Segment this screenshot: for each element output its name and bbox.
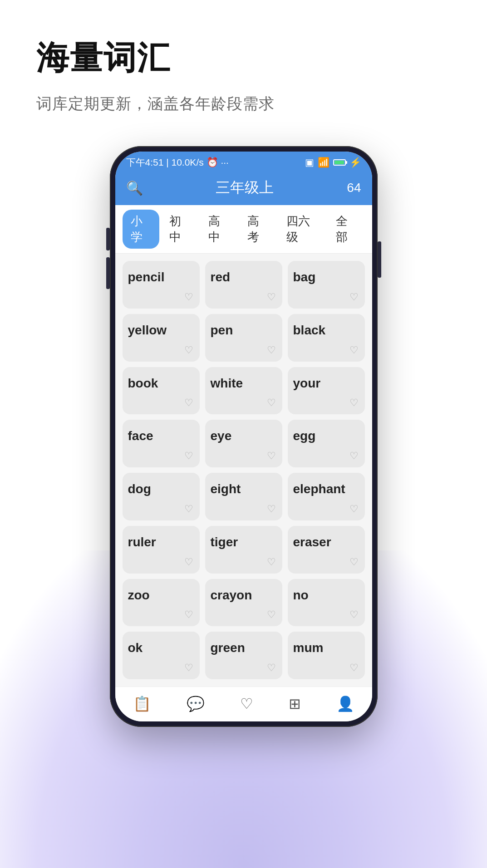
word-text: green — [211, 641, 245, 655]
word-card-dog[interactable]: dog♡ — [123, 473, 200, 520]
word-card-zoo[interactable]: zoo♡ — [123, 579, 200, 627]
word-card-egg[interactable]: egg♡ — [288, 420, 365, 467]
word-text: ruler — [128, 535, 156, 549]
favorite-icon[interactable]: ♡ — [184, 450, 193, 462]
word-card-mum[interactable]: mum♡ — [288, 632, 365, 679]
word-card-eight[interactable]: eight♡ — [205, 473, 282, 520]
favorite-icon[interactable]: ♡ — [267, 556, 276, 568]
word-card-book[interactable]: book♡ — [123, 367, 200, 415]
word-card-ruler[interactable]: ruler♡ — [123, 526, 200, 574]
word-text: book — [128, 376, 158, 391]
nav-expand[interactable]: ⊞ — [280, 693, 310, 714]
status-bar: 下午4:51 | 10.0K/s ⏰ ··· ▣ 📶 ⚡ — [115, 152, 372, 173]
search-button[interactable]: 🔍 — [126, 180, 143, 196]
word-text: eraser — [293, 535, 331, 549]
favorite-icon[interactable]: ♡ — [184, 291, 193, 303]
favorite-icon[interactable]: ♡ — [267, 662, 276, 674]
favorite-icon[interactable]: ♡ — [349, 344, 359, 356]
word-grid: pencil♡red♡bag♡yellow♡pen♡black♡book♡whi… — [115, 254, 372, 687]
word-card-pencil[interactable]: pencil♡ — [123, 261, 200, 309]
favorite-icon[interactable]: ♡ — [349, 609, 359, 621]
favorite-icon[interactable]: ♡ — [184, 609, 193, 621]
phone-outer-frame: 下午4:51 | 10.0K/s ⏰ ··· ▣ 📶 ⚡ 🔍 三年级上 — [110, 146, 378, 727]
nav-favorites[interactable]: ♡ — [231, 693, 262, 714]
word-text: dog — [128, 482, 151, 496]
battery-icon — [333, 159, 346, 166]
wifi-icon: 📶 — [318, 157, 330, 168]
word-text: mum — [293, 641, 324, 655]
page-title: 海量词汇 — [36, 36, 451, 80]
word-text: no — [293, 588, 309, 603]
word-text: elephant — [293, 482, 345, 496]
tab-elementary[interactable]: 小学 — [123, 210, 160, 249]
volume-up-button — [106, 228, 110, 250]
word-card-face[interactable]: face♡ — [123, 420, 200, 467]
word-count: 64 — [347, 181, 361, 195]
word-text: crayon — [211, 588, 252, 603]
word-card-your[interactable]: your♡ — [288, 367, 365, 415]
favorite-icon[interactable]: ♡ — [184, 503, 193, 515]
favorite-icon[interactable]: ♡ — [267, 291, 276, 303]
favorite-icon[interactable]: ♡ — [267, 450, 276, 462]
favorite-icon[interactable]: ♡ — [267, 503, 276, 515]
app-header: 🔍 三年级上 64 — [115, 173, 372, 205]
word-card-green[interactable]: green♡ — [205, 632, 282, 679]
nav-wordbook[interactable]: 📋 — [124, 693, 160, 714]
favorite-icon[interactable]: ♡ — [184, 344, 193, 356]
word-card-pen[interactable]: pen♡ — [205, 314, 282, 362]
word-card-black[interactable]: black♡ — [288, 314, 365, 362]
expand-icon: ⊞ — [289, 695, 301, 712]
word-text: tiger — [211, 535, 238, 549]
word-card-elephant[interactable]: elephant♡ — [288, 473, 365, 520]
word-text: red — [211, 270, 231, 284]
favorite-icon[interactable]: ♡ — [349, 450, 359, 462]
app-title: 三年级上 — [216, 178, 274, 198]
favorite-icon[interactable]: ♡ — [184, 397, 193, 409]
tab-college[interactable]: 四六级 — [278, 210, 326, 249]
word-text: pen — [211, 323, 233, 338]
word-card-no[interactable]: no♡ — [288, 579, 365, 627]
word-text: zoo — [128, 588, 150, 603]
favorites-icon: ♡ — [240, 695, 253, 712]
favorite-icon[interactable]: ♡ — [349, 556, 359, 568]
word-text: pencil — [128, 270, 165, 284]
power-button — [378, 241, 381, 278]
word-text: yellow — [128, 323, 167, 338]
tab-high[interactable]: 高中 — [200, 210, 237, 249]
word-card-crayon[interactable]: crayon♡ — [205, 579, 282, 627]
word-text: ok — [128, 641, 143, 655]
word-card-bag[interactable]: bag♡ — [288, 261, 365, 309]
favorite-icon[interactable]: ♡ — [267, 397, 276, 409]
favorite-icon[interactable]: ♡ — [349, 503, 359, 515]
word-card-ok[interactable]: ok♡ — [123, 632, 200, 679]
tab-bar: 小学 初中 高中 高考 四六级 全部 — [115, 205, 372, 254]
tab-all[interactable]: 全部 — [328, 210, 365, 249]
word-card-yellow[interactable]: yellow♡ — [123, 314, 200, 362]
screen-record-icon: ▣ — [305, 157, 314, 168]
word-text: face — [128, 429, 153, 443]
word-card-eye[interactable]: eye♡ — [205, 420, 282, 467]
word-card-tiger[interactable]: tiger♡ — [205, 526, 282, 574]
favorite-icon[interactable]: ♡ — [267, 609, 276, 621]
word-card-eraser[interactable]: eraser♡ — [288, 526, 365, 574]
word-card-white[interactable]: white♡ — [205, 367, 282, 415]
tab-gaokao[interactable]: 高考 — [239, 210, 276, 249]
practice-icon: 💬 — [187, 695, 205, 712]
profile-icon: 👤 — [336, 695, 354, 712]
favorite-icon[interactable]: ♡ — [184, 662, 193, 674]
nav-profile[interactable]: 👤 — [327, 693, 364, 714]
volume-down-button — [106, 257, 110, 289]
favorite-icon[interactable]: ♡ — [349, 397, 359, 409]
wordbook-icon: 📋 — [133, 695, 151, 712]
favorite-icon[interactable]: ♡ — [349, 662, 359, 674]
header-section: 海量词汇 词库定期更新，涵盖各年龄段需求 — [0, 0, 487, 128]
favorite-icon[interactable]: ♡ — [184, 556, 193, 568]
word-text: white — [211, 376, 243, 391]
tab-middle[interactable]: 初中 — [161, 210, 198, 249]
word-text: egg — [293, 429, 316, 443]
word-card-red[interactable]: red♡ — [205, 261, 282, 309]
favorite-icon[interactable]: ♡ — [267, 344, 276, 356]
word-text: black — [293, 323, 326, 338]
favorite-icon[interactable]: ♡ — [349, 291, 359, 303]
nav-practice[interactable]: 💬 — [177, 693, 214, 714]
